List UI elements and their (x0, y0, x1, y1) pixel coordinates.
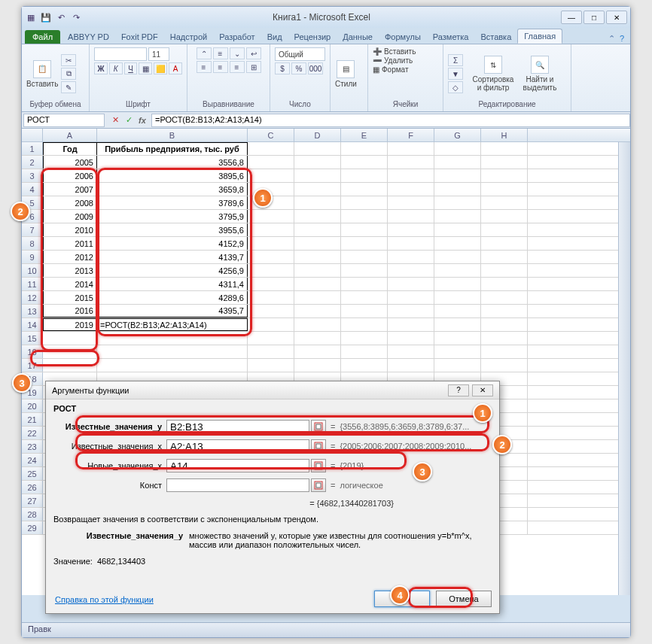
col-G[interactable]: G (434, 129, 481, 141)
row-head-26[interactable]: 26 (22, 481, 43, 494)
border-icon[interactable]: ▦ (139, 62, 152, 74)
tab-ABBYY PD[interactable]: ABBYY PD (62, 30, 115, 44)
copy-icon[interactable]: ⧉ (61, 68, 76, 80)
number-format-dropdown[interactable]: Общий (275, 47, 325, 61)
tab-Foxit PDF[interactable]: Foxit PDF (115, 30, 164, 44)
row-head-23[interactable]: 23 (22, 440, 43, 453)
tab-Вид[interactable]: Вид (261, 30, 288, 44)
currency-icon[interactable]: $ (275, 62, 290, 74)
row-head-10[interactable]: 10 (22, 264, 43, 277)
cells-format[interactable]: ▦Формат (373, 65, 438, 74)
cell-B6[interactable]: 3795,9 (97, 210, 248, 223)
cell-B15[interactable] (97, 332, 248, 345)
row-head-15[interactable]: 15 (22, 332, 43, 345)
cell-B4[interactable]: 3659,8 (97, 183, 248, 196)
cell-A11[interactable]: 2014 (43, 278, 97, 290)
align-left-icon[interactable]: ≡ (197, 61, 212, 73)
align-center-icon[interactable]: ≡ (213, 61, 228, 73)
arg-input-3[interactable] (166, 478, 309, 492)
cell-A17[interactable] (43, 359, 97, 372)
underline-button[interactable]: Ч (124, 62, 138, 74)
cell-B13[interactable]: 4395,7 (97, 305, 248, 317)
range-select-icon[interactable] (311, 459, 326, 472)
row-head-20[interactable]: 20 (22, 399, 43, 412)
undo-icon[interactable]: ↶ (55, 11, 67, 23)
cell-B12[interactable]: 4289,6 (97, 291, 248, 304)
help-link[interactable]: Справка по этой функции (55, 595, 154, 604)
dialog-close-button[interactable]: ✕ (472, 384, 493, 396)
cells-delete[interactable]: ➖Удалить (373, 56, 438, 65)
cell-A2[interactable]: 2005 (43, 156, 97, 169)
cancel-button[interactable]: Отмена (436, 591, 492, 607)
percent-icon[interactable]: % (291, 62, 306, 74)
wrap-icon[interactable]: ↩ (246, 47, 261, 59)
cell-B14[interactable]: =РОСТ(B2:B13;A2:A13;A14) (97, 318, 248, 331)
paste-button[interactable]: 📋 Вставить (26, 60, 58, 88)
row-head-3[interactable]: 3 (22, 169, 43, 182)
cell-B11[interactable]: 4311,4 (97, 278, 248, 290)
fill-icon[interactable]: ▼ (448, 68, 463, 80)
select-all-corner[interactable] (22, 129, 43, 141)
cell-A12[interactable]: 2015 (43, 291, 97, 304)
row-head-2[interactable]: 2 (22, 156, 43, 169)
tab-Надстрой[interactable]: Надстрой (164, 30, 213, 44)
row-head-17[interactable]: 17 (22, 359, 43, 372)
row-head-27[interactable]: 27 (22, 494, 43, 507)
cell-A14[interactable]: 2019 (43, 318, 97, 331)
align-top-icon[interactable]: ⌃ (197, 47, 212, 59)
align-right-icon[interactable]: ≡ (230, 61, 245, 73)
row-head-1[interactable]: 1 (22, 142, 43, 155)
cell-B2[interactable]: 3556,8 (97, 156, 248, 169)
row-head-9[interactable]: 9 (22, 251, 43, 263)
cell-B5[interactable]: 3789,6 (97, 196, 248, 209)
cell-B9[interactable]: 4139,7 (97, 251, 248, 263)
maximize-button[interactable]: □ (583, 11, 605, 24)
cell-B3[interactable]: 3895,6 (97, 169, 248, 182)
ribbon-minimize-icon[interactable]: ⌃ (608, 34, 615, 44)
col-C[interactable]: C (248, 129, 294, 141)
row-head-7[interactable]: 7 (22, 223, 43, 236)
font-color-icon[interactable]: A (169, 62, 182, 74)
cell-A6[interactable]: 2009 (43, 210, 97, 223)
col-E[interactable]: E (341, 129, 388, 141)
name-box[interactable]: РОСТ (23, 114, 105, 127)
find-select-button[interactable]: 🔍 Найти и выделить (519, 56, 561, 92)
fx-icon[interactable]: fx (136, 114, 148, 126)
row-head-25[interactable]: 25 (22, 467, 43, 480)
cut-icon[interactable]: ✂ (61, 54, 76, 66)
align-bot-icon[interactable]: ⌄ (230, 47, 245, 59)
arg-input-1[interactable] (166, 439, 309, 453)
arg-input-2[interactable] (166, 459, 309, 472)
cell-B17[interactable] (97, 359, 248, 372)
cell-A9[interactable]: 2012 (43, 251, 97, 263)
vertical-scrollbar[interactable] (618, 142, 630, 595)
row-head-16[interactable]: 16 (22, 345, 43, 358)
row-head-11[interactable]: 11 (22, 278, 43, 290)
tab-Данные[interactable]: Данные (337, 30, 379, 44)
cancel-formula-icon[interactable]: ✕ (109, 114, 121, 126)
cell-B8[interactable]: 4152,9 (97, 237, 248, 250)
minimize-button[interactable]: — (561, 11, 582, 24)
comma-icon[interactable]: 000 (308, 62, 323, 74)
cell-B1[interactable]: Прибыль предприятия, тыс. руб (97, 142, 248, 155)
format-painter-icon[interactable]: ✎ (61, 81, 76, 93)
cell-A3[interactable]: 2006 (43, 169, 97, 182)
cell-A7[interactable]: 2010 (43, 223, 97, 236)
cell-A8[interactable]: 2011 (43, 237, 97, 250)
help-icon[interactable]: ? (620, 34, 624, 44)
tab-file[interactable]: Файл (25, 30, 60, 44)
col-D[interactable]: D (294, 129, 341, 141)
cell-A4[interactable]: 2007 (43, 183, 97, 196)
col-F[interactable]: F (388, 129, 434, 141)
cell-A15[interactable] (43, 332, 97, 345)
row-head-14[interactable]: 14 (22, 318, 43, 331)
italic-button[interactable]: К (109, 62, 123, 74)
bold-button[interactable]: Ж (94, 62, 108, 74)
dialog-help-button[interactable]: ? (448, 384, 469, 396)
range-select-icon[interactable] (311, 439, 326, 453)
cell-B16[interactable] (97, 345, 248, 358)
row-head-8[interactable]: 8 (22, 237, 43, 250)
formula-input[interactable]: =РОСТ(B2:B13;A2:A13;A14) (151, 114, 630, 127)
cells-insert[interactable]: ➕Вставить (373, 47, 438, 56)
col-H[interactable]: H (481, 129, 528, 141)
